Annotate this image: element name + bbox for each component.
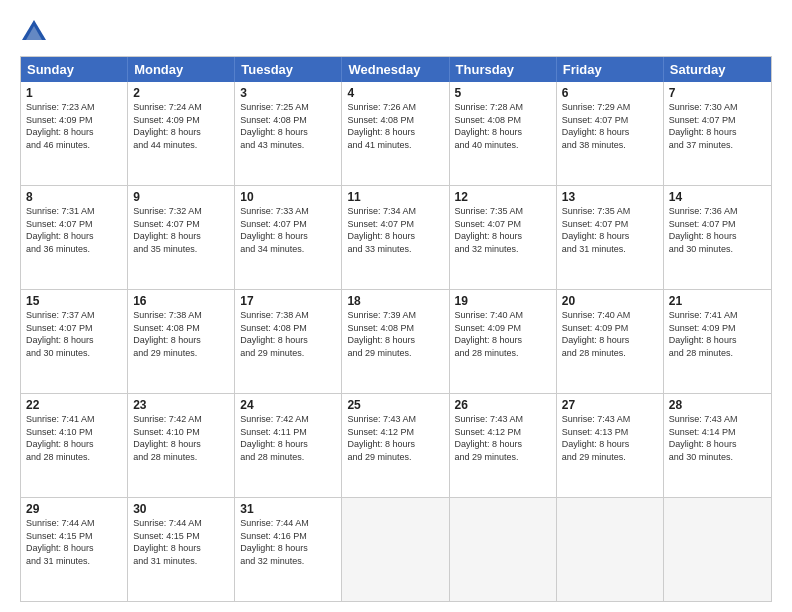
cell-info: Sunrise: 7:41 AMSunset: 4:09 PMDaylight:…: [669, 309, 766, 359]
page: SundayMondayTuesdayWednesdayThursdayFrid…: [0, 0, 792, 612]
day-number: 9: [133, 190, 229, 204]
calendar-cell: 27Sunrise: 7:43 AMSunset: 4:13 PMDayligh…: [557, 394, 664, 497]
day-number: 13: [562, 190, 658, 204]
calendar-cell: 4Sunrise: 7:26 AMSunset: 4:08 PMDaylight…: [342, 82, 449, 185]
day-number: 2: [133, 86, 229, 100]
cell-info: Sunrise: 7:35 AMSunset: 4:07 PMDaylight:…: [455, 205, 551, 255]
header-day-wednesday: Wednesday: [342, 57, 449, 82]
header-day-tuesday: Tuesday: [235, 57, 342, 82]
calendar-cell: 18Sunrise: 7:39 AMSunset: 4:08 PMDayligh…: [342, 290, 449, 393]
calendar-cell: 29Sunrise: 7:44 AMSunset: 4:15 PMDayligh…: [21, 498, 128, 601]
calendar-row-2: 8Sunrise: 7:31 AMSunset: 4:07 PMDaylight…: [21, 185, 771, 289]
calendar-row-5: 29Sunrise: 7:44 AMSunset: 4:15 PMDayligh…: [21, 497, 771, 601]
day-number: 10: [240, 190, 336, 204]
calendar-cell: 12Sunrise: 7:35 AMSunset: 4:07 PMDayligh…: [450, 186, 557, 289]
cell-info: Sunrise: 7:32 AMSunset: 4:07 PMDaylight:…: [133, 205, 229, 255]
cell-info: Sunrise: 7:23 AMSunset: 4:09 PMDaylight:…: [26, 101, 122, 151]
day-number: 17: [240, 294, 336, 308]
cell-info: Sunrise: 7:43 AMSunset: 4:13 PMDaylight:…: [562, 413, 658, 463]
calendar-cell: 3Sunrise: 7:25 AMSunset: 4:08 PMDaylight…: [235, 82, 342, 185]
day-number: 28: [669, 398, 766, 412]
calendar-cell: 15Sunrise: 7:37 AMSunset: 4:07 PMDayligh…: [21, 290, 128, 393]
cell-info: Sunrise: 7:44 AMSunset: 4:15 PMDaylight:…: [133, 517, 229, 567]
cell-info: Sunrise: 7:40 AMSunset: 4:09 PMDaylight:…: [562, 309, 658, 359]
calendar-cell: 13Sunrise: 7:35 AMSunset: 4:07 PMDayligh…: [557, 186, 664, 289]
day-number: 20: [562, 294, 658, 308]
header-day-sunday: Sunday: [21, 57, 128, 82]
day-number: 6: [562, 86, 658, 100]
day-number: 25: [347, 398, 443, 412]
calendar-cell: 25Sunrise: 7:43 AMSunset: 4:12 PMDayligh…: [342, 394, 449, 497]
calendar-cell: 23Sunrise: 7:42 AMSunset: 4:10 PMDayligh…: [128, 394, 235, 497]
cell-info: Sunrise: 7:30 AMSunset: 4:07 PMDaylight:…: [669, 101, 766, 151]
calendar-cell: 5Sunrise: 7:28 AMSunset: 4:08 PMDaylight…: [450, 82, 557, 185]
header-day-saturday: Saturday: [664, 57, 771, 82]
day-number: 8: [26, 190, 122, 204]
header-day-monday: Monday: [128, 57, 235, 82]
calendar-cell: 16Sunrise: 7:38 AMSunset: 4:08 PMDayligh…: [128, 290, 235, 393]
calendar-cell: 26Sunrise: 7:43 AMSunset: 4:12 PMDayligh…: [450, 394, 557, 497]
calendar-cell: 6Sunrise: 7:29 AMSunset: 4:07 PMDaylight…: [557, 82, 664, 185]
cell-info: Sunrise: 7:43 AMSunset: 4:14 PMDaylight:…: [669, 413, 766, 463]
cell-info: Sunrise: 7:25 AMSunset: 4:08 PMDaylight:…: [240, 101, 336, 151]
day-number: 11: [347, 190, 443, 204]
cell-info: Sunrise: 7:31 AMSunset: 4:07 PMDaylight:…: [26, 205, 122, 255]
day-number: 18: [347, 294, 443, 308]
cell-info: Sunrise: 7:41 AMSunset: 4:10 PMDaylight:…: [26, 413, 122, 463]
calendar-cell: 8Sunrise: 7:31 AMSunset: 4:07 PMDaylight…: [21, 186, 128, 289]
calendar-row-3: 15Sunrise: 7:37 AMSunset: 4:07 PMDayligh…: [21, 289, 771, 393]
cell-info: Sunrise: 7:43 AMSunset: 4:12 PMDaylight:…: [455, 413, 551, 463]
day-number: 4: [347, 86, 443, 100]
calendar-cell: 24Sunrise: 7:42 AMSunset: 4:11 PMDayligh…: [235, 394, 342, 497]
cell-info: Sunrise: 7:38 AMSunset: 4:08 PMDaylight:…: [133, 309, 229, 359]
calendar-cell: 17Sunrise: 7:38 AMSunset: 4:08 PMDayligh…: [235, 290, 342, 393]
calendar-cell: 20Sunrise: 7:40 AMSunset: 4:09 PMDayligh…: [557, 290, 664, 393]
cell-info: Sunrise: 7:26 AMSunset: 4:08 PMDaylight:…: [347, 101, 443, 151]
day-number: 3: [240, 86, 336, 100]
day-number: 12: [455, 190, 551, 204]
cell-info: Sunrise: 7:33 AMSunset: 4:07 PMDaylight:…: [240, 205, 336, 255]
day-number: 31: [240, 502, 336, 516]
cell-info: Sunrise: 7:38 AMSunset: 4:08 PMDaylight:…: [240, 309, 336, 359]
calendar-cell: 30Sunrise: 7:44 AMSunset: 4:15 PMDayligh…: [128, 498, 235, 601]
cell-info: Sunrise: 7:39 AMSunset: 4:08 PMDaylight:…: [347, 309, 443, 359]
day-number: 26: [455, 398, 551, 412]
calendar-cell: 28Sunrise: 7:43 AMSunset: 4:14 PMDayligh…: [664, 394, 771, 497]
day-number: 14: [669, 190, 766, 204]
day-number: 1: [26, 86, 122, 100]
cell-info: Sunrise: 7:44 AMSunset: 4:15 PMDaylight:…: [26, 517, 122, 567]
calendar-cell: 9Sunrise: 7:32 AMSunset: 4:07 PMDaylight…: [128, 186, 235, 289]
calendar-row-1: 1Sunrise: 7:23 AMSunset: 4:09 PMDaylight…: [21, 82, 771, 185]
cell-info: Sunrise: 7:28 AMSunset: 4:08 PMDaylight:…: [455, 101, 551, 151]
cell-info: Sunrise: 7:37 AMSunset: 4:07 PMDaylight:…: [26, 309, 122, 359]
calendar-cell: [557, 498, 664, 601]
calendar-cell: 11Sunrise: 7:34 AMSunset: 4:07 PMDayligh…: [342, 186, 449, 289]
day-number: 27: [562, 398, 658, 412]
day-number: 16: [133, 294, 229, 308]
day-number: 7: [669, 86, 766, 100]
calendar-cell: 1Sunrise: 7:23 AMSunset: 4:09 PMDaylight…: [21, 82, 128, 185]
logo: [20, 18, 52, 46]
calendar-cell: 2Sunrise: 7:24 AMSunset: 4:09 PMDaylight…: [128, 82, 235, 185]
header: [20, 18, 772, 46]
day-number: 24: [240, 398, 336, 412]
calendar-cell: 19Sunrise: 7:40 AMSunset: 4:09 PMDayligh…: [450, 290, 557, 393]
day-number: 29: [26, 502, 122, 516]
cell-info: Sunrise: 7:43 AMSunset: 4:12 PMDaylight:…: [347, 413, 443, 463]
cell-info: Sunrise: 7:36 AMSunset: 4:07 PMDaylight:…: [669, 205, 766, 255]
calendar: SundayMondayTuesdayWednesdayThursdayFrid…: [20, 56, 772, 602]
calendar-body: 1Sunrise: 7:23 AMSunset: 4:09 PMDaylight…: [21, 82, 771, 601]
day-number: 21: [669, 294, 766, 308]
day-number: 5: [455, 86, 551, 100]
calendar-cell: [450, 498, 557, 601]
cell-info: Sunrise: 7:42 AMSunset: 4:10 PMDaylight:…: [133, 413, 229, 463]
day-number: 30: [133, 502, 229, 516]
cell-info: Sunrise: 7:44 AMSunset: 4:16 PMDaylight:…: [240, 517, 336, 567]
calendar-header: SundayMondayTuesdayWednesdayThursdayFrid…: [21, 57, 771, 82]
calendar-cell: 14Sunrise: 7:36 AMSunset: 4:07 PMDayligh…: [664, 186, 771, 289]
calendar-cell: 22Sunrise: 7:41 AMSunset: 4:10 PMDayligh…: [21, 394, 128, 497]
calendar-cell: [342, 498, 449, 601]
calendar-row-4: 22Sunrise: 7:41 AMSunset: 4:10 PMDayligh…: [21, 393, 771, 497]
cell-info: Sunrise: 7:35 AMSunset: 4:07 PMDaylight:…: [562, 205, 658, 255]
header-day-friday: Friday: [557, 57, 664, 82]
